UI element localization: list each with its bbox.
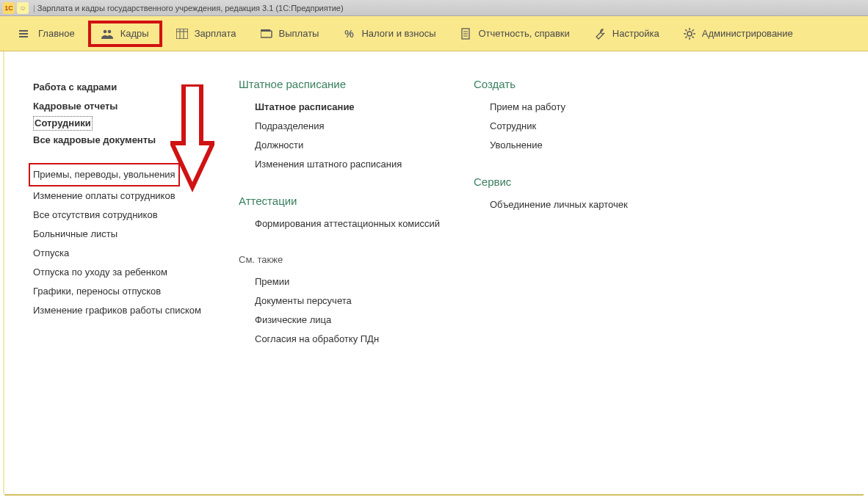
nav-vacations[interactable]: Отпуска: [33, 244, 239, 263]
svg-line-17: [685, 29, 687, 31]
menu-personnel[interactable]: Кадры: [88, 21, 162, 47]
heading-attestation[interactable]: Аттестации: [239, 195, 474, 207]
right-column: Создать Прием на работу Сотрудник Увольн…: [474, 78, 694, 369]
link-create-hire[interactable]: Прием на работу: [490, 98, 694, 117]
svg-point-1: [107, 29, 111, 33]
left-column: Работа с кадрами Кадровые отчеты Сотрудн…: [33, 78, 239, 369]
menu-label: Настройка: [612, 28, 659, 39]
menu-reports[interactable]: Отчетность, справки: [449, 23, 580, 44]
menu-main[interactable]: Главное: [9, 23, 85, 44]
nav-personnel-reports[interactable]: Кадровые отчеты: [33, 97, 239, 116]
content-panel: Работа с кадрами Кадровые отчеты Сотрудн…: [0, 51, 868, 369]
svg-rect-2: [176, 29, 188, 39]
title-bar: 1C ☺ | Зарплата и кадры государственного…: [0, 0, 868, 16]
link-staffing-table[interactable]: Штатное расписание: [255, 98, 474, 117]
svg-rect-6: [261, 31, 272, 37]
menu-label: Администрирование: [702, 28, 793, 39]
app-smile-icon: ☺: [17, 2, 29, 14]
heading-staffing[interactable]: Штатное расписание: [239, 78, 474, 90]
svg-line-19: [685, 36, 687, 37]
link-individuals[interactable]: Физические лица: [255, 311, 474, 330]
nav-work-schedule-change[interactable]: Изменение графиков работы списком: [33, 301, 239, 320]
percent-icon: %: [342, 28, 355, 40]
svg-point-0: [103, 29, 106, 33]
heading-create[interactable]: Создать: [474, 78, 694, 90]
menu-label: Главное: [38, 28, 75, 39]
left-group-1: Работа с кадрами Кадровые отчеты Сотрудн…: [33, 78, 239, 150]
link-pdn-consent[interactable]: Согласия на обработку ПДн: [255, 330, 474, 349]
menu-admin[interactable]: Администрирование: [673, 23, 803, 44]
create-section: Создать Прием на работу Сотрудник Увольн…: [474, 78, 694, 155]
wrench-icon: [593, 28, 607, 40]
svg-line-20: [692, 29, 693, 31]
menu-label: Налоги и взносы: [361, 28, 435, 39]
people-icon: [101, 28, 115, 40]
link-create-employee[interactable]: Сотрудник: [490, 117, 694, 136]
gear-icon: [683, 28, 696, 40]
nav-sick-leaves[interactable]: Больничные листы: [33, 225, 239, 244]
nav-work-with-personnel[interactable]: Работа с кадрами: [33, 78, 239, 97]
nav-vacation-schedules[interactable]: Графики, переносы отпусков: [33, 282, 239, 301]
heading-service[interactable]: Сервис: [474, 175, 694, 188]
link-positions[interactable]: Должности: [255, 136, 474, 155]
link-merge-cards[interactable]: Объединение личных карточек: [490, 195, 694, 214]
left-border: [3, 51, 4, 494]
nav-hires-transfers-dismissals[interactable]: Приемы, переводы, увольнения: [29, 163, 180, 186]
see-also-section: См. также Премии Документы персучета Физ…: [239, 254, 474, 349]
menu-settings[interactable]: Настройка: [583, 23, 670, 44]
link-staffing-changes[interactable]: Изменения штатного расписания: [255, 155, 474, 174]
nav-childcare-leave[interactable]: Отпуска по уходу за ребенком: [33, 263, 239, 282]
svg-rect-7: [261, 29, 270, 32]
staffing-section: Штатное расписание Штатное расписание По…: [239, 78, 474, 174]
link-bonuses[interactable]: Премии: [255, 272, 474, 291]
attestation-section: Аттестации Формирования аттестационных к…: [239, 195, 474, 233]
link-attestation-commission[interactable]: Формирования аттестационных комиссий: [255, 214, 474, 233]
table-icon: [176, 28, 189, 40]
menu-label: Кадры: [120, 28, 149, 39]
link-departments[interactable]: Подразделения: [255, 117, 474, 136]
menu-taxes[interactable]: % Налоги и взносы: [332, 23, 446, 44]
menu-label: Выплаты: [279, 28, 319, 39]
wallet-icon: [260, 28, 273, 40]
hamburger-icon: [19, 28, 32, 40]
link-pers-records[interactable]: Документы персучета: [255, 291, 474, 311]
nav-pay-change[interactable]: Изменение оплаты сотрудников: [33, 186, 239, 206]
middle-column: Штатное расписание Штатное расписание По…: [239, 78, 474, 369]
nav-all-personnel-docs[interactable]: Все кадровые документы: [33, 131, 239, 150]
title-separator: |: [33, 4, 35, 12]
left-group-2: Приемы, переводы, увольнения Изменение о…: [33, 163, 239, 320]
main-toolbar: Главное Кадры Зарплата Выплаты % Налоги …: [0, 16, 868, 51]
link-create-dismissal[interactable]: Увольнение: [490, 136, 694, 155]
svg-line-18: [692, 36, 693, 37]
document-icon: [460, 28, 473, 40]
window-title: Зарплата и кадры государственного учрежд…: [37, 4, 344, 12]
service-section: Сервис Объединение личных карточек: [474, 175, 694, 214]
menu-label: Отчетность, справки: [479, 28, 570, 39]
bottom-border: [4, 494, 864, 496]
svg-point-12: [687, 32, 692, 36]
menu-salary[interactable]: Зарплата: [165, 23, 247, 44]
app-logo-1c-icon: 1C: [3, 2, 15, 14]
nav-employees[interactable]: Сотрудники: [33, 116, 93, 131]
nav-all-absences[interactable]: Все отсутствия сотрудников: [33, 206, 239, 225]
menu-label: Зарплата: [195, 28, 236, 39]
heading-see-also: См. также: [239, 254, 474, 265]
menu-payments[interactable]: Выплаты: [250, 23, 330, 44]
